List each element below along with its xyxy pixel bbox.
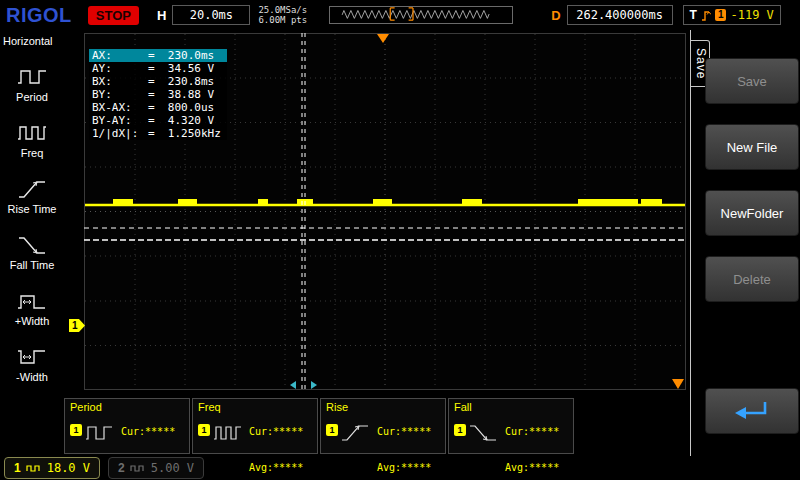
rise-time-icon [341, 422, 371, 444]
sidebar-item-label: Rise Time [8, 203, 57, 215]
run-state-badge[interactable]: STOP [88, 6, 139, 25]
measurement-channel-badge: 1 [454, 424, 466, 436]
ch2-number: 2 [118, 461, 125, 475]
back-button[interactable] [705, 388, 799, 434]
save-button: Save [705, 58, 799, 104]
horizontal-label: H [157, 8, 166, 23]
cursor-row-inv-dx: 1/|dX|: = 1.250kHz [89, 127, 227, 140]
ch2-scale: 5.00 V [151, 461, 194, 475]
rigol-logo: RIGOL [6, 4, 72, 27]
measurement-label: Freq [198, 401, 221, 413]
measurement-cur: Cur:***** [505, 426, 559, 438]
trigger-level-value: -119 V [730, 8, 773, 22]
measurement-cur: Cur:***** [377, 426, 431, 438]
measurement-channel-badge: 1 [198, 424, 210, 436]
return-arrow-icon [732, 399, 772, 423]
minus-width-icon [17, 344, 47, 368]
measurement-cur: Cur:***** [249, 426, 303, 438]
cursor-row-label: AY: [92, 62, 148, 75]
cursor-row-ax: AX: = 230.0ms [89, 49, 227, 62]
rise-time-icon [17, 176, 47, 200]
softkey-menu: Save Save New File NewFolder Delete [690, 30, 800, 456]
sidebar-item-rise-time[interactable]: Rise Time [0, 176, 64, 215]
trigger-info-box: T 1 -119 V [683, 5, 781, 25]
top-status-bar: RIGOL STOP H 20.0ms 25.0MSa/s 6.00M pts … [0, 0, 800, 30]
measurement-channel-badge: 1 [70, 424, 82, 436]
delay-value: 262.400000ms [567, 5, 673, 25]
ch2-indicator[interactable]: 2 5.00 V [108, 457, 204, 479]
trigger-source-badge: 1 [715, 9, 727, 21]
new-folder-button[interactable]: NewFolder [705, 190, 799, 236]
ch1-trace [85, 199, 685, 206]
fall-time-icon [469, 422, 499, 444]
trigger-label: T [690, 8, 697, 22]
ch1-scale: 18.0 V [47, 461, 90, 475]
delete-button: Delete [705, 256, 799, 302]
memory-waveform-strip [329, 6, 513, 24]
measurement-strip: Period 1 Cur:***** Avg:***** Max:***** M… [64, 398, 574, 454]
sidebar-item-label: Fall Time [10, 259, 55, 271]
delay-label: D [551, 8, 560, 23]
measurement-item-freq[interactable]: Freq 1 Cur:***** Avg:***** Max:***** Min… [192, 398, 318, 454]
trigger-position-marker[interactable] [377, 34, 389, 43]
plus-width-icon [17, 288, 47, 312]
sidebar-item-plus-width[interactable]: +Width [0, 288, 64, 327]
sidebar-item-label: -Width [16, 371, 48, 383]
sidebar-item-period[interactable]: Period [0, 64, 64, 103]
ch1-coupling-icon [26, 463, 42, 473]
measurement-label: Rise [326, 401, 348, 413]
sidebar-item-minus-width[interactable]: -Width [0, 344, 64, 383]
cursor-row-label: BX: [92, 75, 148, 88]
measurement-channel-badge: 1 [326, 424, 338, 436]
measurement-label: Period [70, 401, 102, 413]
sidebar-item-label: Period [16, 91, 48, 103]
trigger-level-offscreen-marker [672, 379, 684, 389]
measurement-cur: Cur:***** [121, 426, 175, 438]
period-icon [17, 64, 47, 88]
measurement-item-period[interactable]: Period 1 Cur:***** Avg:***** Max:***** M… [64, 398, 190, 454]
freq-icon [17, 120, 47, 144]
oscilloscope-screen: RIGOL STOP H 20.0ms 25.0MSa/s 6.00M pts … [0, 0, 800, 480]
bottom-bar: 1 18.0 V 2 5.00 V [0, 455, 800, 480]
memory-waveform-icon [330, 7, 510, 21]
cursor-row-bx: BX: = 230.8ms [89, 75, 227, 88]
graticule: AX: = 230.0ms AY: = 34.56 V BX: = 230.8m… [84, 33, 686, 390]
cursor-row-label: BY: [92, 88, 148, 101]
sidebar-item-freq[interactable]: Freq [0, 120, 64, 159]
cursor-row-label: BY-AY: [92, 114, 148, 127]
cursor-row-label: BX-AX: [92, 101, 148, 114]
cursor-row-value: = 4.320 V [148, 114, 214, 127]
ch2-coupling-icon [130, 463, 146, 473]
cursor-row-value: = 34.56 V [148, 62, 214, 75]
cursor-handle-icon[interactable] [290, 381, 317, 389]
cursor-row-value: = 230.0ms [148, 49, 214, 62]
timebase-value: 20.0ms [172, 5, 250, 25]
sidebar-item-label: +Width [15, 315, 50, 327]
acquisition-info: 25.0MSa/s 6.00M pts [258, 5, 307, 25]
sidebar-title: Horizontal [0, 30, 64, 47]
cursor-row-ay: AY: = 34.56 V [89, 62, 227, 75]
new-file-button[interactable]: New File [705, 124, 799, 170]
measurement-label: Fall [454, 401, 472, 413]
measure-sidebar: Horizontal Period Freq Rise Time [0, 30, 64, 456]
cursor-readout-panel: AX: = 230.0ms AY: = 34.56 V BX: = 230.8m… [89, 49, 227, 140]
cursor-row-value: = 230.8ms [148, 75, 214, 88]
measurement-item-rise[interactable]: Rise 1 Cur:***** Avg:***** Max:***** Min… [320, 398, 446, 454]
cursor-row-by: BY: = 38.88 V [89, 88, 227, 101]
period-icon [85, 422, 115, 444]
memory-depth: 6.00M pts [258, 15, 307, 25]
cursor-row-value: = 1.250kHz [148, 127, 221, 140]
ch1-number: 1 [14, 461, 21, 475]
cursor-row-bx-ax: BX-AX: = 800.0us [89, 101, 227, 114]
cursor-row-by-ay: BY-AY: = 4.320 V [89, 114, 227, 127]
ch1-indicator[interactable]: 1 18.0 V [4, 457, 100, 479]
measurement-item-fall[interactable]: Fall 1 Cur:***** Avg:***** Max:***** Min… [448, 398, 574, 454]
sidebar-item-label: Freq [21, 147, 44, 159]
freq-icon [213, 422, 243, 444]
cursor-row-label: AX: [92, 49, 148, 62]
cursor-row-value: = 38.88 V [148, 88, 214, 101]
trigger-slope-icon [701, 9, 711, 22]
fall-time-icon [17, 232, 47, 256]
ch1-ground-marker[interactable]: 1 [69, 319, 85, 332]
sidebar-item-fall-time[interactable]: Fall Time [0, 232, 64, 271]
